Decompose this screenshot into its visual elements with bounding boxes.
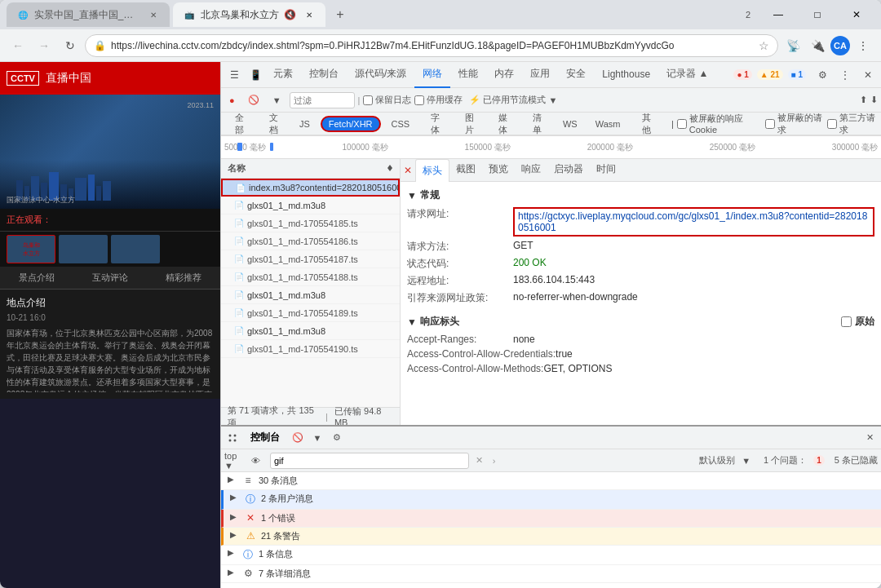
detail-close-btn[interactable]: ✕ [404,165,412,176]
request-item-9[interactable]: 📄 glxs01_1_md-170554190.ts [221,340,400,358]
clear-button[interactable]: 🚫 [243,93,264,107]
console-eye-icon[interactable]: 👁 [247,453,263,469]
expand-icon-2[interactable]: ▶ [230,512,240,521]
filter-font[interactable]: 字体 [420,109,450,139]
disable-cache-checkbox[interactable]: 停用缓存 [414,94,463,106]
detail-tab-headers[interactable]: 标头 [415,159,449,182]
devtools-settings-icon[interactable]: ⚙ [812,65,832,85]
request-item-0[interactable]: 📄 index.m3u8?contentid=2820180516001 [221,179,400,197]
console-settings-icon[interactable]: ⚙ [329,430,345,446]
detail-tab-initiator[interactable]: 启动器 [547,159,590,182]
inspect-element-icon[interactable]: ☰ [224,65,244,85]
expand-icon-0[interactable]: ▶ [228,475,237,484]
filter-image[interactable]: 图片 [454,109,485,139]
console-top-selector[interactable]: top ▼ [224,453,241,469]
third-party-check[interactable] [827,119,837,129]
site-tab-intro[interactable]: 景点介绍 [0,267,73,289]
console-item-2[interactable]: ▶ ✕ 1 个错误 [221,510,881,528]
request-item-8[interactable]: 📄 glxs01_1_md.m3u8 [221,322,400,340]
filter-fetch-xhr[interactable]: Fetch/XHR [321,116,381,132]
filter-input[interactable] [290,92,355,108]
console-close-icon[interactable]: ✕ [861,430,878,446]
disable-cache-check[interactable] [414,95,424,105]
filter-ws[interactable]: WS [556,117,585,131]
request-item-4[interactable]: 📄 glxs01_1_md-170554187.ts [221,250,400,268]
console-filter-input[interactable] [270,453,469,469]
devtools-tab-elements[interactable]: 元素 [265,62,301,88]
detail-tab-response[interactable]: 响应 [515,159,547,182]
request-item-1[interactable]: 📄 glxs01_1_md.m3u8 [221,197,400,214]
console-item-4[interactable]: ▶ ⓘ 1 条信息 [221,546,881,565]
console-drag-handle[interactable] [224,433,241,443]
filter-all[interactable]: 全部 [224,109,255,139]
devtools-tab-performance[interactable]: 性能 [450,62,486,88]
filter-manifest[interactable]: 清单 [522,109,552,139]
preserve-log-checkbox[interactable]: 保留日志 [363,94,411,106]
thumbnail-2[interactable] [59,235,108,263]
site-tab-comment[interactable]: 互动评论 [73,267,147,289]
site-tab-recommend[interactable]: 精彩推荐 [147,267,220,289]
console-item-1[interactable]: ▶ ⓘ 2 条用户消息 [221,490,881,510]
detail-tab-screenshots[interactable]: 截图 [449,159,482,182]
filter-css[interactable]: CSS [384,117,418,131]
console-item-5[interactable]: ▶ ⚙ 7 条详细消息 [221,565,881,583]
record-button[interactable]: ● [224,94,240,107]
extensions-icon[interactable]: 🔌 [806,34,829,57]
blocked-requests-check[interactable] [765,119,775,129]
raw-checkbox-group[interactable]: 原始 [841,315,874,329]
devtools-tab-console[interactable]: 控制台 [301,62,347,88]
more-icon[interactable]: ⋮ [852,34,874,57]
blocked-cookies-check[interactable] [677,119,687,129]
browser-tab-2[interactable]: 📺 北京鸟巢和水立方 🔇 ✕ [173,2,325,27]
devtools-tab-application[interactable]: 应用 [522,62,558,88]
detail-tab-preview[interactable]: 预览 [482,159,515,182]
device-toggle-icon[interactable]: 📱 [246,65,265,85]
requests-scroll[interactable]: 📄 index.m3u8?contentid=2820180516001 📄 g… [221,179,400,407]
upload-button[interactable]: ⬆ [860,95,867,105]
expand-icon-1[interactable]: ▶ [230,493,240,502]
console-filter-clear[interactable]: ✕ [476,455,483,466]
restore-button[interactable]: □ [799,3,835,26]
back-button[interactable]: ← [7,34,29,57]
new-tab-button[interactable]: + [329,3,352,26]
preserve-log-check[interactable] [363,95,373,105]
profile-icon[interactable]: CA [830,36,850,55]
filter-wasm[interactable]: Wasm [588,117,628,131]
reload-button[interactable]: ↻ [59,34,82,57]
tab1-close[interactable]: ✕ [147,8,160,21]
raw-checkbox[interactable] [841,316,852,327]
browser-tab-1[interactable]: 🌐 实景中国_直播中国_央视网(c... ✕ [7,2,170,27]
thumbnail-1[interactable]: 鸟巢和水立方 [7,235,55,263]
url-bar[interactable]: 🔒 https://livechina.cctv.com/zbdcy/index… [85,34,778,57]
devtools-tab-security[interactable]: 安全 [558,62,594,88]
minimize-button[interactable]: — [760,3,796,26]
filter-other[interactable]: 其他 [631,109,661,139]
devtools-tab-network[interactable]: 网络 [414,62,450,88]
expand-icon-4[interactable]: ▶ [228,548,237,557]
forward-button[interactable]: → [33,34,55,57]
filter-js[interactable]: JS [292,117,317,131]
request-item-2[interactable]: 📄 glxs01_1_md-170554185.ts [221,214,400,232]
console-clear-icon[interactable]: 🚫 [290,430,306,446]
detail-tab-timing[interactable]: 时间 [590,159,622,182]
devtools-tab-lighthouse[interactable]: Lighthouse [594,62,658,88]
devtools-tab-sources[interactable]: 源代码/来源 [347,62,414,88]
request-item-7[interactable]: 📄 glxs01_1_md-170554189.ts [221,304,400,322]
filter-doc[interactable]: 文档 [258,109,288,139]
request-url-value[interactable]: https://gctxyc.liveplay.myqcloud.com/gc/… [513,207,874,237]
devtools-more-icon[interactable]: ⋮ [835,65,855,85]
request-item-6[interactable]: 📄 glxs01_1_md.m3u8 [221,286,400,304]
devtools-tab-recorder[interactable]: 记录器 ▲ [658,62,716,88]
blocked-requests-filter[interactable]: 被屏蔽的请求 [765,112,824,136]
filter-media[interactable]: 媒体 [488,109,518,139]
expand-icon-5[interactable]: ▶ [228,568,237,577]
devtools-close-icon[interactable]: ✕ [858,65,878,85]
thumbnail-3[interactable] [111,235,160,263]
expand-icon-3[interactable]: ▶ [230,530,240,539]
cast-icon[interactable]: 📡 [781,34,804,57]
throttle-select[interactable]: ⚡ 已停用节流模式 ▼ [469,94,557,106]
console-item-0[interactable]: ▶ ≡ 30 条消息 [221,472,881,490]
download-button[interactable]: ⬇ [870,95,878,105]
devtools-tab-memory[interactable]: 内存 [486,62,522,88]
third-party-filter[interactable]: 第三方请求 [827,112,878,136]
